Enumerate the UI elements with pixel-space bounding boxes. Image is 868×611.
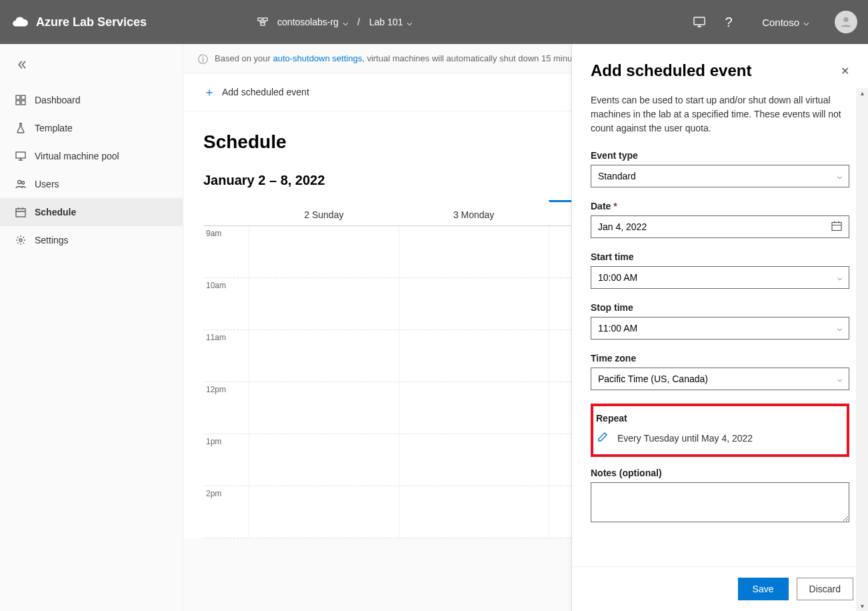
svg-point-13 [19, 239, 22, 241]
chevron-down-icon: ⌵ [837, 171, 842, 181]
event-type-select[interactable]: Standard ⌵ [591, 165, 849, 187]
stop-time-select[interactable]: 11:00 AM ⌵ [591, 317, 849, 340]
svg-rect-14 [832, 223, 841, 231]
sidebar-item-label: Dashboard [35, 95, 81, 105]
pencil-icon [597, 432, 608, 445]
hour-label: 10am [203, 278, 249, 330]
calendar-day-header[interactable]: 3 Monday [399, 200, 549, 225]
date-value: Jan 4, 2022 [598, 221, 647, 232]
notes-textarea[interactable] [591, 482, 849, 522]
calendar-icon [15, 206, 27, 218]
breadcrumb-lab[interactable]: Lab 101 ⌵ [369, 17, 413, 27]
chevron-down-icon: ⌵ [343, 17, 348, 27]
breadcrumb-lab-label: Lab 101 [369, 17, 403, 27]
event-type-value: Standard [598, 171, 636, 181]
svg-rect-2 [261, 23, 265, 25]
flask-icon [15, 122, 27, 134]
calendar-icon [831, 221, 842, 233]
sidebar-item-schedule[interactable]: Schedule [0, 198, 183, 226]
users-icon [15, 178, 27, 190]
add-scheduled-event-button[interactable]: ＋ Add scheduled event [203, 84, 309, 100]
stop-time-value: 11:00 AM [598, 323, 637, 334]
calendar-day-header[interactable]: 2 Sunday [249, 200, 399, 225]
add-event-label: Add scheduled event [222, 87, 309, 97]
avatar[interactable] [835, 11, 857, 33]
scroll-up-icon: ▴ [861, 89, 864, 97]
chevron-down-icon: ⌵ [837, 324, 842, 333]
hour-label: 11am [203, 330, 249, 382]
panel-title: Add scheduled event [591, 61, 751, 80]
svg-rect-5 [16, 95, 20, 99]
breadcrumbs: contosolabs-rg ⌵ / Lab 101 ⌵ [257, 16, 412, 29]
svg-rect-1 [263, 18, 267, 21]
sidebar-item-template[interactable]: Template [0, 114, 183, 142]
svg-rect-9 [16, 152, 25, 158]
svg-rect-0 [258, 18, 262, 21]
start-time-value: 10:00 AM [598, 272, 637, 283]
svg-point-10 [18, 181, 21, 184]
sidebar-collapse[interactable] [0, 51, 183, 86]
sidebar-item-dashboard[interactable]: Dashboard [0, 86, 183, 114]
start-time-select[interactable]: 10:00 AM ⌵ [591, 266, 849, 289]
close-icon[interactable]: ✕ [841, 65, 849, 77]
account-name: Contoso [762, 17, 799, 28]
breadcrumb-resource-group[interactable]: contosolabs-rg ⌵ [277, 17, 348, 27]
date-input[interactable]: Jan 4, 2022 [591, 215, 849, 238]
svg-rect-12 [16, 209, 25, 217]
discard-button[interactable]: Discard [797, 578, 853, 600]
azure-cloud-icon [11, 13, 29, 31]
time-zone-value: Pacific Time (US, Canada) [598, 374, 708, 384]
account-menu[interactable]: Contoso ⌵ [762, 16, 809, 28]
product-name: Azure Lab Services [36, 15, 147, 29]
notes-label: Notes (optional) [591, 468, 849, 478]
svg-rect-6 [21, 95, 25, 99]
sidebar-item-users[interactable]: Users [0, 170, 183, 198]
sidebar: Dashboard Template Virtual machine pool … [0, 44, 183, 611]
repeat-label: Repeat [595, 413, 840, 424]
stop-time-label: Stop time [591, 302, 849, 313]
chevron-down-icon: ⌵ [837, 374, 842, 384]
scrollbar[interactable]: ▴ ▾ [856, 88, 868, 611]
sidebar-item-label: Schedule [35, 207, 76, 217]
sidebar-item-settings[interactable]: Settings [0, 226, 183, 254]
hour-label: 2pm [203, 486, 249, 538]
info-icon: ⓘ [198, 53, 208, 66]
auto-shutdown-link[interactable]: auto-shutdown settings [273, 53, 362, 63]
repeat-section-highlight: Repeat Every Tuesday until May 4, 2022 [591, 404, 849, 457]
gear-icon [15, 234, 27, 246]
time-zone-label: Time zone [591, 353, 849, 364]
hour-label: 12pm [203, 382, 249, 434]
scroll-down-icon: ▾ [861, 602, 864, 610]
svg-rect-3 [694, 17, 705, 25]
banner-prefix: Based on your [215, 53, 273, 63]
panel-description: Events can be used to start up and/or sh… [591, 93, 849, 135]
resource-group-icon [257, 16, 268, 29]
monitor-icon[interactable] [690, 13, 709, 31]
vm-icon [15, 150, 27, 162]
chevron-down-icon: ⌵ [837, 273, 842, 282]
svg-point-11 [22, 181, 25, 184]
product-logo[interactable]: Azure Lab Services [11, 13, 147, 31]
breadcrumb-rg-label: contosolabs-rg [277, 17, 339, 27]
repeat-value: Every Tuesday until May 4, 2022 [617, 433, 753, 444]
chevron-down-icon: ⌵ [407, 17, 412, 27]
dashboard-icon [15, 94, 27, 106]
add-event-panel: Add scheduled event ✕ Events can be used… [571, 44, 868, 611]
date-label: Date * [591, 201, 849, 211]
svg-rect-7 [16, 101, 20, 105]
help-icon[interactable]: ? [719, 13, 738, 31]
repeat-edit[interactable]: Every Tuesday until May 4, 2022 [595, 428, 840, 445]
event-type-label: Event type [591, 150, 849, 161]
time-zone-select[interactable]: Pacific Time (US, Canada) ⌵ [591, 368, 849, 390]
main-content: ⓘ Based on your auto-shutdown settings, … [183, 44, 868, 611]
hour-label: 1pm [203, 434, 249, 486]
breadcrumb-separator: / [357, 17, 360, 27]
sidebar-item-vm-pool[interactable]: Virtual machine pool [0, 142, 183, 170]
sidebar-item-label: Settings [35, 235, 69, 245]
topbar: Azure Lab Services contosolabs-rg ⌵ / La… [0, 0, 868, 44]
chevron-down-icon: ⌵ [803, 16, 809, 28]
save-button[interactable]: Save [738, 578, 789, 600]
svg-rect-8 [21, 101, 25, 105]
hour-label: 9am [203, 226, 249, 277]
sidebar-item-label: Template [35, 123, 73, 133]
